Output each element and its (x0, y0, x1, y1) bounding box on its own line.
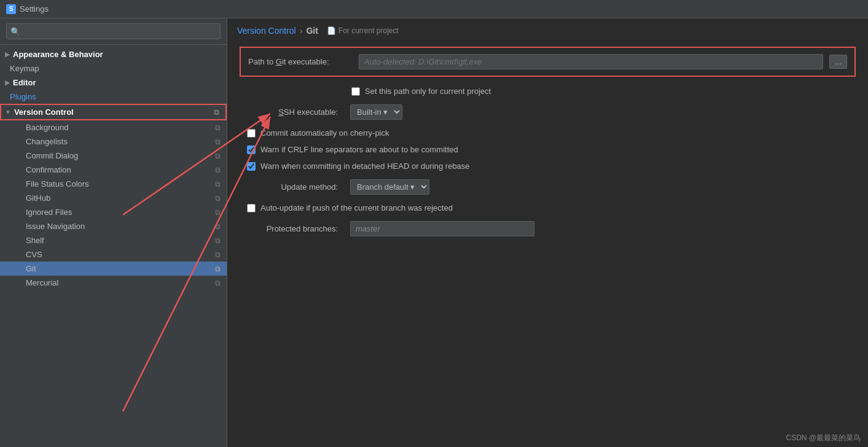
sidebar-item-background[interactable]: Background ⧉ (0, 120, 227, 134)
path-box: Path to Git executable: ... (240, 47, 856, 77)
breadcrumb-parent[interactable]: Version Control (237, 26, 296, 36)
project-icon: 📄 (327, 26, 336, 35)
warn-crlf-checkbox[interactable] (247, 146, 256, 154)
expand-icon: ▼ (5, 109, 11, 115)
set-path-row: Set this path only for current project (240, 84, 856, 98)
sidebar-item-git[interactable]: Git ⧉ (0, 262, 227, 276)
ssh-row: SSH executable: Built-in ▾ Native (240, 101, 856, 123)
sidebar-item-changelists[interactable]: Changelists ⧉ (0, 134, 227, 149)
copy-icon: ⧉ (214, 108, 219, 117)
expand-icon: ▶ (5, 79, 10, 86)
update-method-select[interactable]: Branch default ▾ Merge Rebase (350, 179, 429, 195)
browse-button[interactable]: ... (829, 55, 847, 69)
sidebar-item-plugins[interactable]: Plugins (0, 90, 227, 104)
commit-auto-label[interactable]: Commit automatically on cherry-pick (260, 128, 389, 138)
sidebar-item-commit-dialog[interactable]: Commit Dialog ⧉ (0, 149, 227, 163)
ssh-label: SSH executable: (240, 107, 344, 117)
set-path-checkbox[interactable] (351, 87, 360, 96)
expand-icon: ▶ (5, 51, 10, 58)
copy-icon: ⧉ (215, 152, 221, 160)
copy-icon: ⧉ (215, 251, 221, 259)
sidebar-item-confirmation[interactable]: Confirmation ⧉ (0, 163, 227, 177)
copy-icon: ⧉ (215, 123, 221, 132)
update-method-row: Update method: Branch default ▾ Merge Re… (240, 176, 856, 198)
copy-icon: ⧉ (215, 166, 221, 174)
sidebar-item-label: Commit Dialog (26, 151, 78, 160)
watermark: CSDN @最最菜的菜鸟 (786, 433, 861, 443)
sidebar-item-label: Keymap (10, 64, 39, 73)
sidebar-item-label: Ignored Files (26, 208, 72, 217)
search-input[interactable] (10, 27, 216, 36)
sidebar-item-label: Background (26, 123, 68, 132)
commit-auto-checkbox[interactable] (247, 129, 256, 138)
breadcrumb-separator: › (300, 26, 303, 36)
sidebar-item-mercurial[interactable]: Mercurial ⧉ (0, 276, 227, 290)
protected-branches-row: Protected branches: (240, 217, 856, 240)
copy-icon: ⧉ (215, 208, 221, 217)
copy-icon: ⧉ (215, 236, 221, 245)
copy-icon: ⧉ (215, 180, 221, 189)
sidebar-item-label: Confirmation (26, 165, 71, 174)
sidebar: ▶ Appearance & Behavior Keymap ▶ Editor … (0, 18, 227, 447)
set-path-label[interactable]: Set this path only for current project (365, 87, 491, 96)
warn-crlf-label[interactable]: Warn if CRLF line separators are about t… (260, 145, 458, 154)
search-bar (0, 18, 227, 45)
sidebar-item-label: Plugins (10, 92, 36, 101)
sidebar-item-label: Issue Navigation (26, 222, 85, 231)
warn-detached-checkbox[interactable] (247, 162, 256, 171)
main-layout: ▶ Appearance & Behavior Keymap ▶ Editor … (0, 18, 868, 447)
auto-update-checkbox[interactable] (247, 204, 256, 212)
path-label: Path to Git executable: (248, 57, 353, 66)
breadcrumb-project: 📄 For current project (327, 26, 399, 35)
sidebar-item-ignored-files[interactable]: Ignored Files ⧉ (0, 205, 227, 219)
sidebar-item-version-control[interactable]: ▼ Version Control ⧉ (0, 104, 227, 120)
path-input[interactable] (359, 54, 823, 69)
commit-auto-row: Commit automatically on cherry-pick (240, 126, 856, 140)
settings-content: Path to Git executable: ... Set this pat… (227, 41, 868, 447)
warn-detached-label[interactable]: Warn when committing in detached HEAD or… (260, 161, 470, 171)
warn-crlf-row: Warn if CRLF line separators are about t… (240, 142, 856, 157)
app-icon: S (6, 4, 16, 14)
sidebar-item-github[interactable]: GitHub ⧉ (0, 191, 227, 205)
copy-icon: ⧉ (215, 265, 221, 273)
copy-icon: ⧉ (215, 222, 221, 231)
update-method-label: Update method: (240, 182, 344, 192)
sidebar-item-appearance[interactable]: ▶ Appearance & Behavior (0, 47, 227, 61)
sidebar-item-file-status-colors[interactable]: File Status Colors ⧉ (0, 177, 227, 191)
sidebar-item-issue-navigation[interactable]: Issue Navigation ⧉ (0, 219, 227, 233)
breadcrumb: Version Control › Git 📄 For current proj… (227, 18, 868, 41)
sidebar-tree: ▶ Appearance & Behavior Keymap ▶ Editor … (0, 45, 227, 447)
sidebar-item-label: GitHub (26, 193, 50, 203)
auto-update-row: Auto-update if push of the current branc… (240, 201, 856, 215)
sidebar-item-label: CVS (26, 250, 42, 259)
sidebar-item-editor[interactable]: ▶ Editor (0, 76, 227, 90)
right-panel: Version Control › Git 📄 For current proj… (227, 18, 868, 447)
auto-update-label[interactable]: Auto-update if push of the current branc… (260, 203, 453, 212)
sidebar-item-label: Git (26, 264, 36, 273)
ssh-select[interactable]: Built-in ▾ Native (350, 104, 402, 120)
sidebar-item-keymap[interactable]: Keymap (0, 61, 227, 76)
title-bar: S Settings (0, 0, 868, 18)
sidebar-item-label: Mercurial (26, 278, 58, 287)
protected-branches-input[interactable] (350, 221, 534, 236)
copy-icon: ⧉ (215, 279, 221, 287)
window-title: Settings (20, 4, 49, 14)
sidebar-item-label: Changelists (26, 137, 68, 146)
sidebar-item-label: Appearance & Behavior (13, 50, 103, 59)
warn-detached-row: Warn when committing in detached HEAD or… (240, 159, 856, 173)
sidebar-item-label: Shelf (26, 236, 44, 245)
sidebar-item-label: Editor (13, 78, 36, 87)
project-label: For current project (338, 26, 399, 35)
breadcrumb-current: Git (306, 26, 318, 36)
search-wrap[interactable] (6, 23, 221, 39)
sidebar-item-label: File Status Colors (26, 179, 89, 189)
sidebar-item-label: Version Control (14, 107, 74, 117)
copy-icon: ⧉ (215, 138, 221, 146)
sidebar-item-cvs[interactable]: CVS ⧉ (0, 247, 227, 262)
sidebar-item-shelf[interactable]: Shelf ⧉ (0, 233, 227, 247)
copy-icon: ⧉ (215, 194, 221, 203)
protected-branches-label: Protected branches: (240, 224, 344, 233)
